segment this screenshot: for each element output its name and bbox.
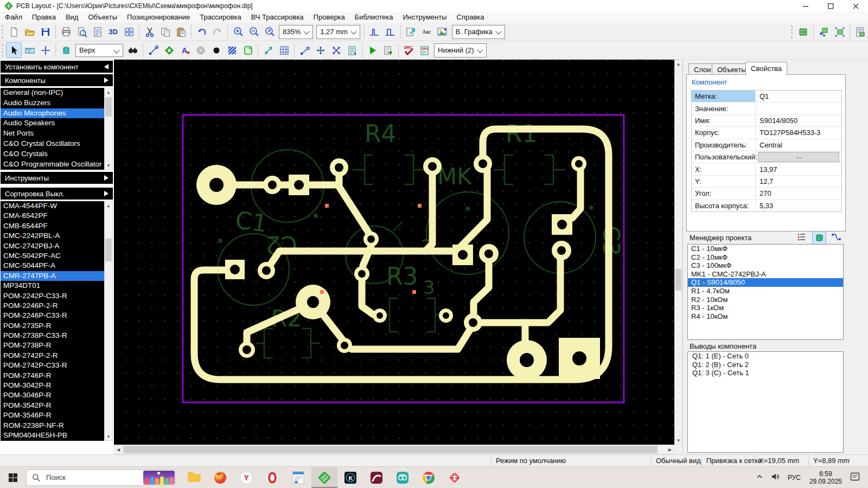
search-input[interactable]: Поиск xyxy=(26,470,176,486)
toolbar-drag-handle[interactable] xyxy=(2,44,3,57)
menu-item[interactable]: Вид xyxy=(61,12,84,23)
nets-view-icon[interactable] xyxy=(829,230,843,243)
custom-fields-button[interactable]: ... xyxy=(758,152,839,162)
language-indicator[interactable]: РУС xyxy=(788,474,801,481)
pattern-item[interactable]: CMC-5042PF-AC xyxy=(1,251,113,261)
scroll-thumb[interactable] xyxy=(105,239,112,261)
move-node-icon[interactable] xyxy=(312,42,328,58)
scroll-up-icon[interactable]: ▲ xyxy=(675,60,682,68)
property-value[interactable]: 12,7 xyxy=(756,176,841,187)
scroll-right-icon[interactable]: ▶ xyxy=(666,445,674,454)
net-list-icon[interactable] xyxy=(344,42,360,58)
pattern-item[interactable]: POM-2738P-R xyxy=(1,341,113,350)
pattern-item[interactable]: POM-3542P-R xyxy=(1,401,113,410)
convert-icon[interactable] xyxy=(403,24,419,40)
print-preview-icon[interactable] xyxy=(74,24,90,40)
zoom-window-icon[interactable] xyxy=(261,24,277,40)
property-value[interactable]: 13,97 xyxy=(756,163,841,175)
project-item[interactable]: R1 - 4.7кОм xyxy=(688,287,843,296)
library-item[interactable]: General (non-IPC) xyxy=(1,88,113,98)
scroll-up-icon[interactable]: ▲ xyxy=(105,202,112,209)
panelizing-icon[interactable] xyxy=(121,24,137,40)
library-item[interactable]: C&O Crystals xyxy=(1,149,113,159)
pattern-item[interactable]: CMA-4544PF-W xyxy=(1,201,113,211)
menu-item[interactable]: Трассировка xyxy=(195,12,246,23)
property-value[interactable]: Central xyxy=(756,139,841,151)
sort-section-header[interactable]: Сортировка Выкл. xyxy=(1,188,113,200)
widgets-weather-icon[interactable] xyxy=(143,471,175,485)
select-tool-icon[interactable] xyxy=(6,42,22,58)
pattern-item[interactable]: CMR-2747PB-A xyxy=(1,271,113,281)
place-component-icon[interactable] xyxy=(58,42,74,58)
grid-select[interactable]: 1,27 mm xyxy=(316,25,360,39)
menu-item[interactable]: Файл xyxy=(0,12,27,23)
canvas-hscrollbar[interactable]: ◀ ▶ xyxy=(114,445,674,454)
pattern-array-icon[interactable] xyxy=(795,24,811,40)
project-item[interactable]: R4 - 10кОм xyxy=(688,312,843,321)
pattern-item[interactable]: CMC-2242PBL-A xyxy=(1,231,113,241)
property-value[interactable]: Q1 xyxy=(756,91,841,102)
scroll-thumb[interactable] xyxy=(675,269,681,291)
property-value[interactable]: ... xyxy=(756,151,841,163)
component-section-title[interactable]: Компонент xyxy=(692,78,727,86)
maximize-button[interactable] xyxy=(818,0,843,12)
graphics-layer-select[interactable]: В. Графика xyxy=(452,25,505,39)
minimize-button[interactable] xyxy=(793,0,818,12)
pattern-item[interactable]: POM-3046P-R xyxy=(1,390,113,400)
place-copper-pour-icon[interactable] xyxy=(224,42,240,58)
volume-icon[interactable] xyxy=(771,472,780,483)
library-item[interactable]: Audio Microphones xyxy=(1,108,113,119)
pattern-item[interactable]: POM-3546P-R xyxy=(1,410,113,420)
pattern-item[interactable]: POM-3042P-R xyxy=(1,381,113,390)
scroll-thumb[interactable] xyxy=(105,97,112,117)
copy-icon[interactable] xyxy=(157,24,173,40)
place-text-icon[interactable]: A xyxy=(177,42,193,58)
pin-item[interactable]: Q1: 2 (B) - Сеть 2 xyxy=(688,361,843,369)
signal-narrow-icon[interactable] xyxy=(367,24,382,40)
taskbar-aimp-icon[interactable] xyxy=(363,467,390,488)
toolbar-drag-handle[interactable] xyxy=(2,25,3,38)
property-value[interactable] xyxy=(756,102,841,114)
place-via-icon[interactable] xyxy=(193,42,208,58)
scroll-down-icon[interactable]: ▼ xyxy=(105,433,112,440)
pattern-item[interactable]: SPM0404HE5H-PB xyxy=(1,431,113,440)
taskbar-red-diamond-app-icon[interactable] xyxy=(442,467,468,488)
canvas-vscrollbar[interactable]: ▲ ▼ xyxy=(674,60,682,445)
menu-item[interactable]: Инструменты xyxy=(398,12,452,23)
taskbar-pcb-layout-icon[interactable] xyxy=(311,467,337,488)
scroll-left-icon[interactable]: ◀ xyxy=(114,445,122,454)
place-trace-icon[interactable] xyxy=(145,42,161,58)
menu-item[interactable]: Справка xyxy=(452,12,489,23)
clock[interactable]: 6:59 29.09.2025 xyxy=(809,470,842,485)
menu-item[interactable]: ВЧ Трассировка xyxy=(246,12,309,23)
components-section-header[interactable]: Компоненты xyxy=(1,74,113,86)
pattern-item[interactable]: POM-2242P-C33-R xyxy=(1,291,113,301)
pattern-list-scrollbar[interactable]: ▲ ▼ xyxy=(104,201,113,441)
taskbar-opera-icon[interactable] xyxy=(259,467,285,488)
project-item[interactable]: R3 - 1кОм xyxy=(688,304,843,312)
pattern-view-icon[interactable] xyxy=(812,230,826,245)
zoom-in-icon[interactable] xyxy=(230,24,246,40)
pattern-item[interactable]: POM-2738P-C33-R xyxy=(1,331,113,341)
close-button[interactable] xyxy=(843,0,868,12)
drc-check-icon[interactable]: DRC xyxy=(401,42,417,58)
pattern-item[interactable]: POM-2746P-R xyxy=(1,371,113,381)
3d-view-icon[interactable]: 3D xyxy=(105,24,121,40)
measure-distance-icon[interactable] xyxy=(260,42,276,58)
delete-node-icon[interactable] xyxy=(328,42,344,58)
project-item[interactable]: C3 - 100мкФ xyxy=(688,261,843,270)
tools-section-header[interactable]: Инструменты xyxy=(1,172,113,184)
run-autoroute-icon[interactable] xyxy=(365,42,380,58)
taskbar-yandex-icon[interactable]: Y xyxy=(233,467,259,488)
scroll-down-icon[interactable]: ▼ xyxy=(105,162,112,169)
property-value[interactable]: TO127P584H533-3 xyxy=(756,127,841,138)
menu-item[interactable]: Позиционирование xyxy=(122,12,195,23)
notification-center-icon[interactable] xyxy=(850,471,860,484)
find-component-icon[interactable] xyxy=(125,42,141,58)
taskbar-chrome-icon[interactable] xyxy=(416,467,442,488)
taskbar-explorer-icon[interactable] xyxy=(181,467,207,488)
report-icon[interactable] xyxy=(90,24,105,40)
component-list-view-icon[interactable] xyxy=(795,230,808,243)
scroll-down-icon[interactable]: ▼ xyxy=(675,436,682,444)
drc-report-icon[interactable]: DRC xyxy=(417,42,432,58)
